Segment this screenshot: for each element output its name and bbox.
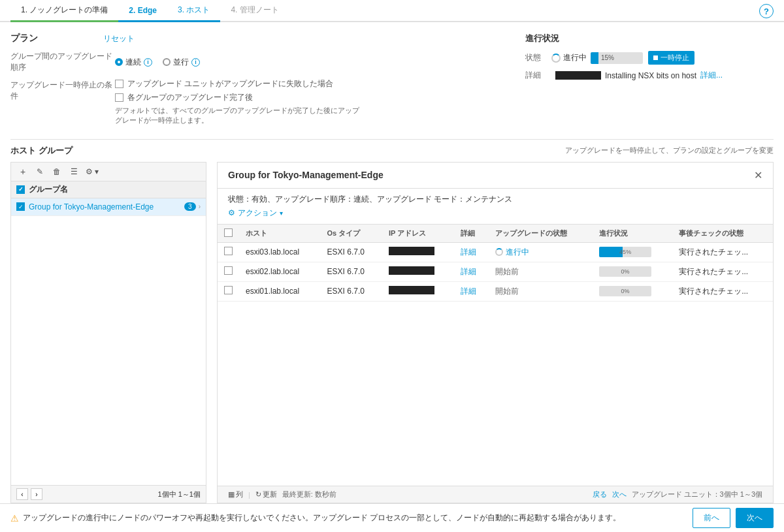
delete-group-button[interactable]: 🗑: [50, 165, 63, 178]
detail-panel: Group for Tokyo-Management-Edge ✕ 状態：有効、…: [217, 162, 774, 503]
serial-label: 連続: [125, 57, 141, 68]
tab-step2[interactable]: 2. Edge: [118, 0, 167, 22]
radio-group: 連続 i 並行 i: [115, 57, 200, 68]
bottom-bar: ⚠ アップグレードの進行中にノードのパワーオフや再起動を実行しないでください。ア…: [0, 503, 784, 532]
actions-link[interactable]: ⚙ アクション ▾: [228, 208, 283, 219]
host-group-top-bar: ホスト グループ アップグレードを一時停止して、プランの設定とグループを変更: [10, 145, 774, 157]
pause-option1-label: アップグレード ユニットがアップグレードに失敗した場合: [127, 78, 333, 89]
reorder-group-button[interactable]: ☰: [67, 165, 80, 178]
ip-redacted: [389, 266, 434, 275]
os-cell: ESXI 6.7.0: [321, 262, 382, 281]
status-row: 状態 進行中 15% 一時停止: [525, 51, 774, 65]
ip-redacted: [389, 247, 434, 255]
progress-cell: 0%: [593, 262, 672, 281]
item-checkbox[interactable]: ✓: [16, 202, 25, 211]
tab3-label: 3. ホスト: [178, 5, 210, 16]
group-list-footer: ‹ › 1個中 1～1個: [11, 485, 206, 503]
ip-cell: [382, 281, 454, 301]
gear-group-button[interactable]: ⚙ ▾: [86, 167, 99, 176]
os-cell: ESXI 6.7.0: [321, 242, 382, 262]
upgrade-order-label: グループ間のアップグレード順序: [10, 51, 115, 73]
warning-message: ⚠ アップグレードの進行中にノードのパワーオフや再起動を実行しないでください。ア…: [10, 512, 621, 524]
detail-text: Installing NSX bits on host: [605, 71, 696, 80]
col-upgrade-header: アップグレードの状態: [489, 225, 593, 243]
refresh-button[interactable]: ↻ 更新: [255, 490, 277, 499]
check-status-cell: 実行されたチェッ...: [672, 242, 773, 262]
detail-row: 詳細 Installing NSX bits on host 詳細...: [525, 70, 774, 81]
pause-button[interactable]: 一時停止: [648, 51, 694, 65]
refresh-label: 更新: [263, 490, 277, 499]
next-page-button[interactable]: ›: [31, 488, 42, 500]
footer-right-nav: 戻る 次へ アップグレード ユニット：3個中 1～3個: [593, 490, 762, 499]
ip-cell: [382, 262, 454, 281]
header-checkbox: ✓: [16, 185, 25, 194]
host-group-content: + ✎ 🗑 ☰ ⚙ ▾ ✓ グループ名 ✓ Group for Tokyo-Ma…: [10, 162, 774, 503]
row-checkbox[interactable]: [224, 266, 233, 275]
detail-cell-link[interactable]: 詳細: [461, 247, 476, 257]
group-item-badge: 3: [184, 202, 196, 211]
progress-cell: 45%: [593, 242, 672, 262]
table-row: esxi01.lab.local ESXI 6.7.0 詳細 開始前 0% 実行…: [218, 281, 773, 301]
col-ip-header: IP アドレス: [382, 225, 454, 243]
status-line: 状態：有効、アップグレード順序：連続、アップグレード モード：メンテナンス: [228, 194, 762, 205]
tab-step1[interactable]: 1. ノッノグレートの準備: [10, 0, 118, 22]
detail-cell-link[interactable]: 詳細: [461, 287, 476, 296]
pause-condition-label: アップグレード一時停止の条件: [10, 78, 115, 102]
columns-icon: ▦: [228, 490, 235, 499]
columns-label: 列: [236, 490, 243, 499]
next-nav-button[interactable]: 次へ: [612, 490, 627, 499]
prev-page-button[interactable]: ‹: [16, 488, 28, 500]
host-cell: esxi01.lab.local: [239, 281, 321, 301]
plan-title: プラン: [10, 33, 38, 44]
add-group-button[interactable]: +: [16, 165, 29, 178]
panel-title: Group for Tokyo-Management-Edge: [228, 170, 384, 180]
actions-label: アクション: [238, 208, 277, 219]
main-content: プラン リセット グループ間のアップグレード順序 連続 i: [0, 22, 784, 503]
pause-option2[interactable]: 各グループのアップグレード完了後: [115, 92, 363, 103]
actions-chevron-icon: ▾: [280, 210, 283, 217]
panel-status: 状態：有効、アップグレード順序：連続、アップグレード モード：メンテナンス ⚙ …: [218, 189, 773, 225]
table-row: esxi02.lab.local ESXI 6.7.0 詳細 開始前 0% 実行…: [218, 262, 773, 281]
progress-cell: 0%: [593, 281, 672, 301]
col-host-header: ホスト: [239, 225, 321, 243]
detail-field-label: 詳細: [525, 70, 551, 81]
row-checkbox[interactable]: [224, 286, 233, 294]
edit-group-button[interactable]: ✎: [33, 165, 46, 178]
check-status-cell: 実行されたチェッ...: [672, 281, 773, 301]
reset-link[interactable]: リセット: [103, 33, 135, 44]
warning-icon: ⚠: [10, 513, 19, 524]
columns-button[interactable]: ▦ 列: [228, 490, 243, 499]
bottom-buttons: 前へ 次へ: [693, 508, 774, 528]
host-group-title: ホスト グループ: [10, 145, 73, 157]
back-label: 戻る: [593, 490, 607, 498]
os-cell: ESXI 6.7.0: [321, 281, 382, 301]
detail-cell: 詳細: [454, 281, 489, 301]
group-list-panel: + ✎ 🗑 ☰ ⚙ ▾ ✓ グループ名 ✓ Group for Tokyo-Ma…: [10, 162, 206, 503]
table-row: esxi03.lab.local ESXI 6.7.0 詳細 進行中 45% 実…: [218, 242, 773, 262]
row-checkbox[interactable]: [224, 247, 233, 255]
back-nav-button[interactable]: 戻る: [593, 490, 607, 499]
pause-option1[interactable]: アップグレード ユニットがアップグレードに失敗した場合: [115, 78, 363, 89]
serial-radio[interactable]: 連続 i: [115, 57, 152, 68]
next-button[interactable]: 次へ: [736, 508, 774, 528]
chevron-right-icon: ›: [199, 203, 201, 210]
close-panel-button[interactable]: ✕: [754, 169, 762, 181]
panel-footer: ▦ 列 | ↻ 更新 最終更新: 数秒前 戻る 次へ: [218, 486, 773, 503]
parallel-info-icon[interactable]: i: [191, 58, 200, 67]
tab4-label: 4. 管理ノート: [231, 5, 278, 16]
detail-cell-link[interactable]: 詳細: [461, 267, 476, 276]
status-value: 進行中: [563, 52, 587, 63]
serial-info-icon[interactable]: i: [144, 58, 152, 67]
help-icon[interactable]: ?: [759, 4, 774, 18]
tab-step4[interactable]: 4. 管理ノート: [220, 0, 289, 22]
parallel-radio[interactable]: 並行 i: [163, 57, 200, 68]
detail-link[interactable]: 詳細...: [700, 70, 723, 81]
prev-button[interactable]: 前へ: [693, 508, 730, 528]
ip-cell: [382, 242, 454, 262]
ip-redacted: [389, 286, 434, 294]
group-list-item[interactable]: ✓ Group for Tokyo-Management-Edge 3 ›: [11, 198, 206, 216]
host-cell: esxi03.lab.local: [239, 242, 321, 262]
tab-step3[interactable]: 3. ホスト: [167, 0, 220, 22]
gear-icon-small: ⚙: [228, 208, 235, 217]
last-updated-text: 最終更新: 数秒前: [282, 490, 336, 499]
